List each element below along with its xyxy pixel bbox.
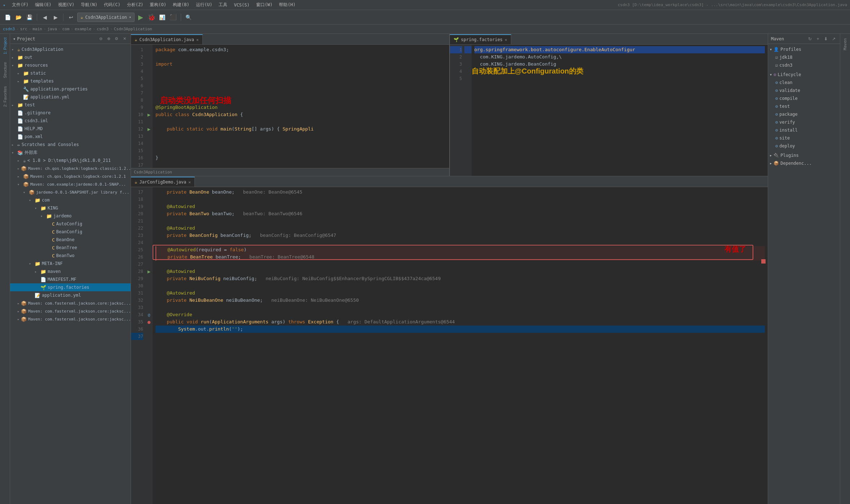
tree-logback-classic[interactable]: ▸ 📦 Maven: ch.qos.logback:logback-classi…: [10, 164, 131, 172]
tree-templates[interactable]: ▸ 📁 templates: [10, 77, 131, 85]
menu-help[interactable]: 帮助(H): [276, 1, 298, 9]
tree-csdn3application[interactable]: ▾ ☕ Csdn3Application: [10, 45, 131, 53]
maven-jdk18[interactable]: ☑ jdk18: [768, 53, 840, 61]
tree-beanconfig[interactable]: C BeanConfig: [10, 228, 131, 236]
code-area-left[interactable]: package com.example.csdn3; import @Sprin…: [153, 45, 449, 168]
tree-out[interactable]: ▸ 📁 out: [10, 53, 131, 61]
tree-test[interactable]: ▸ 📁 test: [10, 101, 131, 109]
editor-content-right[interactable]: 1 2 3 4 5 org.springframework.boot.autoc…: [450, 45, 768, 176]
search-button[interactable]: 🔍: [184, 13, 193, 22]
run-config-dropdown[interactable]: ☕ Csdn3Application ▾: [77, 13, 135, 22]
forward-button[interactable]: ▶: [51, 13, 60, 22]
tree-meta-inf[interactable]: ▾ 📁 META-INF: [10, 260, 131, 268]
tree-static[interactable]: ▸ 📁 static: [10, 69, 131, 77]
tab-close-button[interactable]: ✕: [196, 37, 199, 42]
new-file-button[interactable]: 📄: [3, 13, 12, 22]
maven-dependencies-section[interactable]: ▸ 📦 Dependenc...: [768, 159, 840, 167]
tab-csdn3application[interactable]: ☕ Csdn3Application.java ✕: [131, 34, 203, 44]
menu-edit[interactable]: 编辑(E): [32, 1, 54, 9]
breadcrumb-csdn3-pkg[interactable]: csdn3: [97, 27, 109, 31]
tree-jdk[interactable]: ▸ ☕ < 1.8 > D:\temp\jdk\jdk1.8.0_211: [10, 156, 131, 164]
tab-spring-factories[interactable]: 🌱 spring.factories ✕: [450, 34, 511, 44]
maven-package[interactable]: ⚙ package: [768, 110, 840, 118]
hide-panel-button[interactable]: ✕: [121, 36, 128, 42]
tree-logback-core[interactable]: ▸ 📦 Maven: ch.qos.logback:logback-core:1…: [10, 172, 131, 180]
tree-com[interactable]: ▾ 📁 com: [10, 196, 131, 204]
menu-build[interactable]: 构建(B): [170, 1, 192, 9]
maven-lifecycle-section[interactable]: ▾ ⚙ Lifecycle: [768, 71, 840, 79]
tree-beantree[interactable]: C BeanTree: [10, 244, 131, 252]
tree-manifest[interactable]: 📄 MANIFEST.MF: [10, 275, 131, 283]
menu-nav[interactable]: 导航(N): [78, 1, 100, 9]
menu-analyze[interactable]: 分析(Z): [124, 1, 146, 9]
maven-plugins-section[interactable]: ▸ 🔌 Plugins: [768, 151, 840, 159]
tree-jackson-core2[interactable]: ▸ 📦 Maven: com.fasterxml.jackson.core:ja…: [10, 307, 131, 315]
menu-file[interactable]: 文件(F): [9, 1, 31, 9]
tree-beantwo[interactable]: C BeanTwo: [10, 252, 131, 260]
tree-helpmd[interactable]: 📄 HELP.MD: [10, 125, 131, 133]
tree-beanone[interactable]: C BeanOne: [10, 236, 131, 244]
tree-jardemo-pkg[interactable]: ▾ 📁 jardemo: [10, 212, 131, 220]
editor-content-left[interactable]: 1 2 3 4 5 6 7 8 9 10 11 12 13 14: [131, 45, 449, 168]
maven-csdn3[interactable]: ☑ csdn3: [768, 61, 840, 69]
tab-close-button[interactable]: ✕: [505, 37, 507, 42]
maven-install[interactable]: ⚙ install: [768, 126, 840, 134]
gutter-run-indicator3[interactable]: ▶: [145, 268, 153, 275]
favorites-tool-button[interactable]: 2: Favorites: [2, 84, 8, 109]
menu-window[interactable]: 窗口(W): [253, 1, 276, 9]
breadcrumb-example[interactable]: example: [75, 27, 91, 31]
open-button[interactable]: 📂: [14, 13, 23, 22]
menu-run[interactable]: 运行(U): [193, 1, 215, 9]
gutter-override-indicator[interactable]: @: [145, 311, 153, 318]
breadcrumb-src[interactable]: src: [20, 27, 27, 31]
tab-jarconfigdemo[interactable]: ☕ JarConfigDemo.java ✕: [131, 177, 195, 187]
maven-expand-button[interactable]: ↗: [831, 36, 837, 42]
tree-jackson-core3[interactable]: ▸ 📦 Maven: com.fasterxml.jackson.core:ja…: [10, 315, 131, 323]
project-tool-button[interactable]: 1: Project: [2, 35, 8, 56]
menu-code[interactable]: 代码(C): [101, 1, 123, 9]
menu-tools[interactable]: 工具: [216, 1, 230, 9]
maven-side-tab[interactable]: Maven: [841, 35, 849, 53]
maven-verify[interactable]: ⚙ verify: [768, 118, 840, 126]
debug-button[interactable]: 🐞: [147, 13, 156, 22]
breadcrumb-com[interactable]: com: [62, 27, 70, 31]
maven-profiles-section[interactable]: ▾ 👤 Profiles: [768, 45, 840, 53]
settings-button[interactable]: ⚙: [113, 36, 120, 42]
tree-jardemo-maven[interactable]: ▾ 📦 Maven: com.example:jardemo:0.0.1-SNA…: [10, 180, 131, 188]
breadcrumb-java[interactable]: java: [47, 27, 57, 31]
tree-autoconfig[interactable]: C AutoConfig: [10, 220, 131, 228]
tree-iml[interactable]: 📄 csdn3.iml: [10, 117, 131, 125]
maven-test[interactable]: ⚙ test: [768, 102, 840, 110]
maven-clean[interactable]: ⚙ clean: [768, 79, 840, 87]
breadcrumb-main[interactable]: main: [32, 27, 42, 31]
tree-pom[interactable]: 📄 pom.xml: [10, 133, 131, 141]
tree-external-libs[interactable]: ▾ 📚 外部库: [10, 149, 131, 156]
tree-maven-folder[interactable]: ▸ 📁 maven: [10, 268, 131, 275]
collapse-all-button[interactable]: ⊖: [97, 36, 104, 42]
code-area-bottom[interactable]: private BeanOne beanOne; beanOne: BeanOn…: [153, 187, 768, 504]
gutter-run-indicator[interactable]: ▶: [145, 111, 153, 118]
structure-tool-button[interactable]: Structure: [2, 60, 8, 80]
maven-refresh-button[interactable]: ↻: [807, 36, 813, 42]
maven-deploy[interactable]: ⚙ deploy: [768, 142, 840, 150]
locate-button[interactable]: ⊕: [105, 36, 112, 42]
tree-resources[interactable]: ▾ 📁 resources: [10, 61, 131, 69]
maven-compile[interactable]: ⚙ compile: [768, 94, 840, 102]
breadcrumb-classname[interactable]: Csdn3Application: [114, 27, 152, 31]
run-button[interactable]: ▶: [136, 13, 145, 22]
gutter-run-indicator4[interactable]: ●: [145, 318, 153, 326]
menu-vcs[interactable]: VCS(S): [231, 2, 252, 8]
tree-gitignore[interactable]: 📄 .gitignore: [10, 109, 131, 117]
code-area-right[interactable]: org.springframework.boot.autoconfigure.E…: [472, 45, 768, 176]
tree-king[interactable]: ▾ 📁 KING: [10, 204, 131, 212]
maven-validate[interactable]: ⚙ validate: [768, 87, 840, 94]
tree-jackson-core[interactable]: ▸ 📦 Maven: com.fasterxml.jackson.core:ja…: [10, 299, 131, 307]
save-button[interactable]: 💾: [25, 13, 34, 22]
tree-jardemo-jar[interactable]: ▾ 📦 jardemo-0.0.1-SNAPSHOT.jar library f…: [10, 188, 131, 196]
tree-app-yml[interactable]: 📝 application.yml: [10, 93, 131, 101]
tree-app-yml2[interactable]: 📝 application.yml: [10, 291, 131, 299]
maven-download-button[interactable]: ⬇: [823, 36, 829, 42]
back-button[interactable]: ◀: [40, 13, 49, 22]
editor-content-bottom[interactable]: 17 18 19 20 21 22 23 24 25 26 27 28 29 3…: [131, 187, 768, 504]
undo-button[interactable]: ↩: [66, 13, 76, 22]
